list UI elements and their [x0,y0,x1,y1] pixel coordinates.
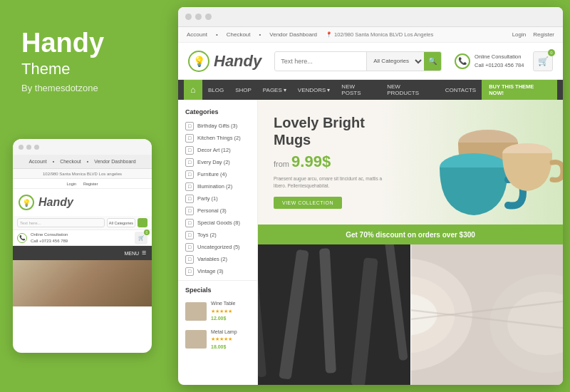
hero-cta-button[interactable]: VIEW COLLECTION [274,197,342,209]
site-search-button[interactable]: 🔍 [424,52,441,71]
site-search-wrap: All Categories 🔍 [274,51,442,71]
category-icon: □ [185,195,194,203]
mobile-account-link[interactable]: Account [28,159,46,164]
mobile-logo-icon: 💡 [19,195,34,210]
hero-text: Lovely BrightMugs from 9.99$ Praesent au… [274,114,384,209]
mobile-login-bar: Login Register [13,179,152,189]
sidebar-category-item[interactable]: □Toys (2) [178,229,257,241]
specials-item-price: 18.00$ [211,344,237,351]
specials-item-name: Metal Lamp [211,329,237,336]
site-checkout-link[interactable]: Checkout [227,31,251,38]
site-vendor-link[interactable]: Vendor Dashboard [269,31,317,38]
sidebar-category-item[interactable]: □Birthday Gifts (3) [178,120,257,132]
mobile-search-button[interactable] [138,218,147,227]
sidebar-category-item[interactable]: □Party (1) [178,192,257,205]
theme-author: By themesdotzone [21,83,171,93]
site-search-input[interactable] [275,58,366,65]
specials-item[interactable]: Metal Lamp ★★★★★ 18.00$ [178,326,257,354]
site-account-link[interactable]: Account [187,31,207,38]
mobile-consultation: 📞 Online Consultation Call +0723 456 789… [13,230,152,246]
site-consult-text: Online Consultation Call +01203 456 784 [475,53,524,69]
mobile-dot-1 [19,145,24,150]
sidebar-category-item[interactable]: □Illumination (2) [178,180,257,192]
site-logo[interactable]: 💡 Handy [188,51,261,72]
site-category-select[interactable]: All Categories [366,52,424,71]
specials-item-info: Wine Table ★★★★★ 12.00$ [211,300,236,323]
category-icon: □ [185,134,194,143]
mobile-dot-2 [26,145,31,150]
site-logo-text: Handy [214,52,261,71]
site-topbar: Account • Checkout • Vendor Dashboard 📍 … [178,27,563,43]
site-topbar-right: Login Register [512,31,554,38]
nav-item-vendors[interactable]: VENDORS ▾ [292,80,336,100]
hero-mugs-image [378,100,563,225]
category-icon: □ [185,267,194,276]
hero-title: Lovely BrightMugs [274,114,384,148]
theme-title: Handy [21,29,171,58]
sidebar-category-item[interactable]: □Decor Art (12) [178,144,257,156]
site-consultation: 📞 Online Consultation Call +01203 456 78… [455,53,526,69]
browser-dot-1 [185,14,192,20]
browser-dot-2 [195,14,202,20]
category-icon: □ [185,146,194,155]
mobile-mockup: Account • Checkout • Vendor Dashboard 10… [13,139,152,353]
left-panel: Handy Theme By themesdotzone [21,29,171,93]
category-icon: □ [185,207,194,215]
sidebar-specials-title: Specials [178,280,257,297]
theme-subtitle: Theme [21,60,171,78]
specials-item-stars: ★★★★★ [211,308,236,316]
nav-item-blog[interactable]: BLOG [202,80,229,100]
browser-top-bar [178,7,563,27]
category-icon: □ [185,122,194,130]
specials-item[interactable]: Wine Table ★★★★★ 12.00$ [178,297,257,326]
mobile-consult-text: Online Consultation Call +0723 456 789 [31,232,68,244]
sidebar-categories-title: Categories [178,105,257,120]
sidebar-category-item[interactable]: □Uncategorized (5) [178,241,257,253]
mobile-category-select[interactable]: All Categories [107,218,135,227]
mobile-top-bar [13,139,152,155]
sidebar-category-item[interactable]: □Every Day (2) [178,156,257,168]
mobile-vendor-link[interactable]: Vendor Dashboard [94,159,135,164]
site-phone-icon: 📞 [455,53,470,69]
site-register-link[interactable]: Register [533,31,554,38]
site-mainnav: ⌂ BLOG SHOP PAGES ▾ VENDORS ▾ NEW POSTS … [178,80,563,100]
category-icon: □ [185,255,194,264]
mobile-search-input[interactable]: Text here... [17,218,105,227]
sidebar-category-item[interactable]: □Special Goods (8) [178,217,257,229]
browser-dot-3 [205,14,212,20]
sidebar-category-item[interactable]: □Furniture (4) [178,168,257,180]
mobile-hero-image [13,260,152,306]
site-main: Lovely BrightMugs from 9.99$ Praesent au… [258,100,563,385]
mobile-menu-bar[interactable]: MENU ☰ [13,246,152,260]
site-cart-count: 0 [548,49,555,56]
bottom-panel-right: Clearance Sale [411,244,564,385]
nav-home-button[interactable]: ⌂ [184,80,202,100]
site-login-link[interactable]: Login [512,31,527,38]
sidebar-category-item[interactable]: □Personal (3) [178,205,257,217]
mobile-nav-bar: Account • Checkout • Vendor Dashboard [13,155,152,169]
discount-banner: Get 70% discount on orders over $300 [258,225,563,244]
mobile-checkout-link[interactable]: Checkout [60,159,81,164]
nav-item-pages[interactable]: PAGES ▾ [257,80,292,100]
mobile-login-link[interactable]: Login [67,182,76,186]
nav-item-new-posts[interactable]: NEW POSTS [336,80,381,100]
mobile-hero-bg [13,260,152,306]
sidebar-category-item[interactable]: □Variables (2) [178,253,257,265]
hero-description: Praesent augue arcu, ornare sit tincidun… [274,175,384,190]
sidebar-category-item[interactable]: □Vintage (3) [178,265,257,277]
specials-item-name: Wine Table [211,300,236,308]
nav-buy-button[interactable]: BUY THIS THEME NOW! [482,80,557,100]
site-header: 💡 Handy All Categories 🔍 📞 Online Consul… [178,43,563,80]
mobile-address-bar: 102/980 Santa Monica BLVD Los angeles [13,169,152,179]
mobile-cart-icon[interactable]: 🛒 0 [135,232,147,244]
hero-price: 9.99$ [291,153,331,170]
specials-item-info: Metal Lamp ★★★★★ 18.00$ [211,329,237,351]
site-cart-icon[interactable]: 🛒 0 [533,51,553,71]
mobile-register-link[interactable]: Register [83,182,98,186]
nav-item-contacts[interactable]: CONTACTS [440,80,482,100]
sidebar-category-item[interactable]: □Kitchen Things (2) [178,132,257,144]
site-sidebar: Categories □Birthday Gifts (3)□Kitchen T… [178,100,258,385]
nav-item-new-products[interactable]: NEW PRODUCTS [381,80,440,100]
nav-item-shop[interactable]: SHOP [229,80,257,100]
category-icon: □ [185,231,194,239]
